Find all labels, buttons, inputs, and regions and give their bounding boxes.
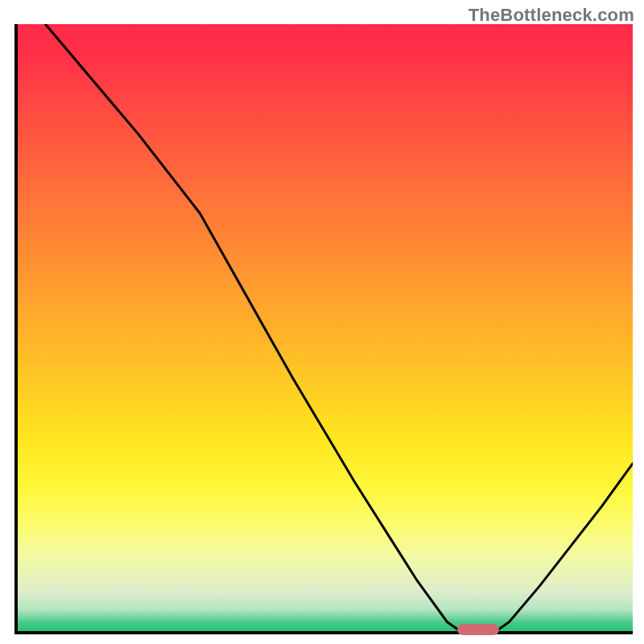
chart-heatmap-background xyxy=(14,24,633,634)
sweet-spot-marker xyxy=(457,624,499,635)
watermark-text: TheBottleneck.com xyxy=(469,5,634,26)
